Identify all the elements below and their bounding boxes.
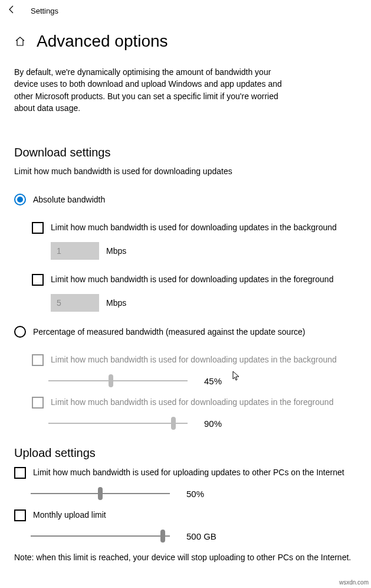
checkbox-icon [32,354,44,366]
slider-value-monthly: 500 GB [186,531,216,541]
watermark: wsxdn.com [339,579,369,586]
slider-monthly-limit[interactable]: 500 GB [31,530,357,543]
input-row-fg-mbps: Mbps [51,294,357,312]
slider-value-bg: 45% [204,376,234,386]
intro-text: By default, we're dynamically optimising… [14,66,285,114]
download-sub: Limit how much bandwidth is used for dow… [14,166,357,176]
checkbox-icon [14,509,26,521]
radio-icon [14,326,26,338]
checkbox-download-fg-percent: Limit how much bandwidth is used for dow… [32,397,357,409]
checkbox-monthly-limit[interactable]: Monthly upload limit [14,509,357,521]
titlebar: Settings [0,0,371,21]
page-title: Advanced options [37,32,168,51]
checkbox-upload-limit[interactable]: Limit how much bandwidth is used for upl… [14,467,357,479]
input-row-bg-mbps: Mbps [51,242,357,260]
checkbox-download-bg-percent: Limit how much bandwidth is used for dow… [32,354,357,366]
slider-track-monthly[interactable] [31,530,170,543]
checkbox-icon [32,274,44,286]
radio-label: Percentage of measured bandwidth (measur… [33,327,306,337]
slider-value-fg: 90% [204,419,234,429]
page-header: Advanced options [0,21,371,58]
checkbox-label: Limit how much bandwidth is used for upl… [33,467,344,479]
checkbox-label: Limit how much bandwidth is used for dow… [51,354,337,366]
slider-upload-limit[interactable]: 50% [31,487,357,500]
checkbox-label: Limit how much bandwidth is used for dow… [51,397,333,409]
checkbox-icon [32,222,44,234]
slider-value-upload: 50% [186,489,216,499]
radio-icon [14,194,26,205]
slider-track-fg [48,417,188,430]
radio-percentage-bandwidth[interactable]: Percentage of measured bandwidth (measur… [14,326,357,338]
upload-note: Note: when this limit is reached, your d… [14,552,357,564]
home-icon[interactable] [14,35,26,47]
checkbox-label: Limit how much bandwidth is used for dow… [51,274,333,286]
fg-mbps-input[interactable] [51,294,99,312]
upload-heading: Upload settings [14,446,357,460]
fg-mbps-unit: Mbps [106,298,126,308]
checkbox-icon [32,397,44,409]
download-heading: Download settings [14,146,357,159]
slider-bg-percent: 45% [48,374,357,387]
radio-label: Absolute bandwidth [33,195,105,204]
bg-mbps-input[interactable] [51,242,99,260]
radio-absolute-bandwidth[interactable]: Absolute bandwidth [14,194,357,205]
back-arrow-icon[interactable] [7,5,17,17]
checkbox-download-fg-absolute[interactable]: Limit how much bandwidth is used for dow… [32,274,357,286]
bg-mbps-unit: Mbps [106,246,126,256]
titlebar-label: Settings [31,6,58,15]
slider-track-upload[interactable] [31,487,170,500]
slider-fg-percent: 90% [48,417,357,430]
checkbox-download-bg-absolute[interactable]: Limit how much bandwidth is used for dow… [32,222,357,234]
checkbox-icon [14,467,26,479]
slider-track-bg [48,374,188,387]
checkbox-label: Limit how much bandwidth is used for dow… [51,222,337,234]
checkbox-label: Monthly upload limit [33,509,106,521]
content: By default, we're dynamically optimising… [0,58,371,576]
